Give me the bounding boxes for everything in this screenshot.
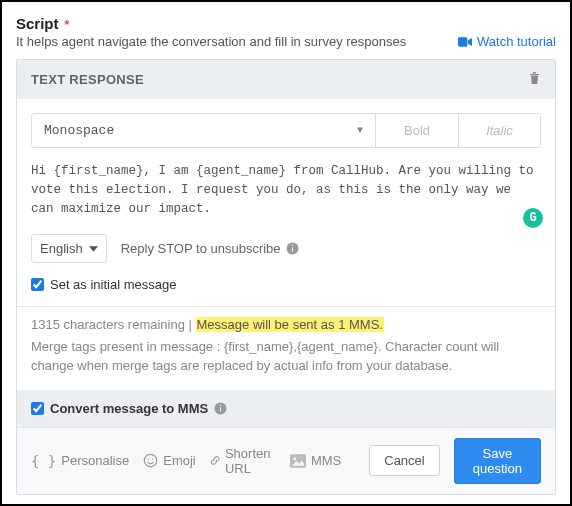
chars-remaining-text: 1315 characters remaining |	[31, 317, 196, 332]
info-icon[interactable]	[286, 242, 299, 255]
svg-rect-5	[220, 407, 221, 411]
braces-icon: { }	[31, 453, 56, 469]
save-button[interactable]: Save question	[454, 438, 541, 484]
delete-button[interactable]	[528, 71, 541, 88]
bold-button[interactable]: Bold	[376, 114, 458, 147]
emoji-button[interactable]: Emoji	[143, 453, 196, 468]
info-icon[interactable]	[214, 402, 227, 415]
cancel-button[interactable]: Cancel	[369, 445, 439, 476]
format-toolbar: Monospace ▼ Bold Italic	[31, 113, 541, 148]
shorten-url-button[interactable]: Shorten URL	[210, 446, 276, 476]
unsubscribe-text: Reply STOP to unsubscribe	[121, 241, 281, 256]
svg-rect-0	[458, 37, 467, 46]
font-family-select[interactable]: Monospace ▼	[32, 114, 376, 147]
message-textarea[interactable]: Hi {first_name}, I am {agent_name} from …	[31, 162, 541, 218]
svg-rect-3	[292, 245, 293, 246]
convert-mms-checkbox[interactable]	[31, 402, 44, 415]
chevron-down-icon: ▼	[357, 125, 363, 136]
personalise-label: Personalise	[61, 453, 129, 468]
watch-tutorial-link[interactable]: Watch tutorial	[458, 34, 556, 49]
section-subtitle: It helps agent navigate the conversation…	[16, 34, 406, 49]
emoji-icon	[143, 453, 158, 468]
language-select[interactable]: English	[31, 234, 107, 263]
section-title: Script	[16, 15, 59, 32]
svg-point-9	[152, 459, 153, 460]
convert-mms-label: Convert message to MMS	[50, 401, 208, 416]
svg-rect-2	[292, 248, 293, 252]
svg-point-7	[144, 455, 157, 468]
message-content: Hi {first_name}, I am {agent_name} from …	[31, 164, 534, 216]
italic-button[interactable]: Italic	[458, 114, 540, 147]
link-icon	[210, 453, 220, 468]
mms-button[interactable]: MMS	[290, 453, 341, 468]
grammarly-badge[interactable]: G	[523, 208, 543, 228]
required-asterisk: *	[64, 17, 69, 32]
script-editor-panel: Script * It helps agent navigate the con…	[0, 0, 572, 506]
editor-footer: { } Personalise Emoji Shorten URL MMS Ca…	[17, 427, 555, 494]
language-value: English	[40, 241, 83, 256]
svg-rect-6	[220, 405, 221, 406]
emoji-label: Emoji	[163, 453, 196, 468]
text-response-card: TEXT RESPONSE Monospace ▼ Bold Italic Hi…	[16, 59, 556, 495]
merge-tags-note: Merge tags present in message : {first_n…	[31, 338, 541, 376]
divider	[17, 306, 555, 307]
initial-message-label: Set as initial message	[50, 277, 176, 292]
initial-message-option: Set as initial message	[31, 277, 541, 292]
font-family-value: Monospace	[44, 123, 114, 138]
initial-message-checkbox[interactable]	[31, 278, 44, 291]
mms-label: MMS	[311, 453, 341, 468]
svg-point-11	[293, 457, 296, 460]
card-title: TEXT RESPONSE	[31, 72, 144, 87]
svg-point-8	[148, 459, 149, 460]
chevron-down-icon	[89, 246, 98, 252]
shorten-url-label: Shorten URL	[225, 446, 276, 476]
video-icon	[458, 36, 472, 48]
image-icon	[290, 454, 306, 468]
personalise-button[interactable]: { } Personalise	[31, 453, 129, 469]
trash-icon	[528, 71, 541, 85]
watch-tutorial-label: Watch tutorial	[477, 34, 556, 49]
mms-count-highlight: Message will be sent as 1 MMS.	[196, 317, 384, 332]
